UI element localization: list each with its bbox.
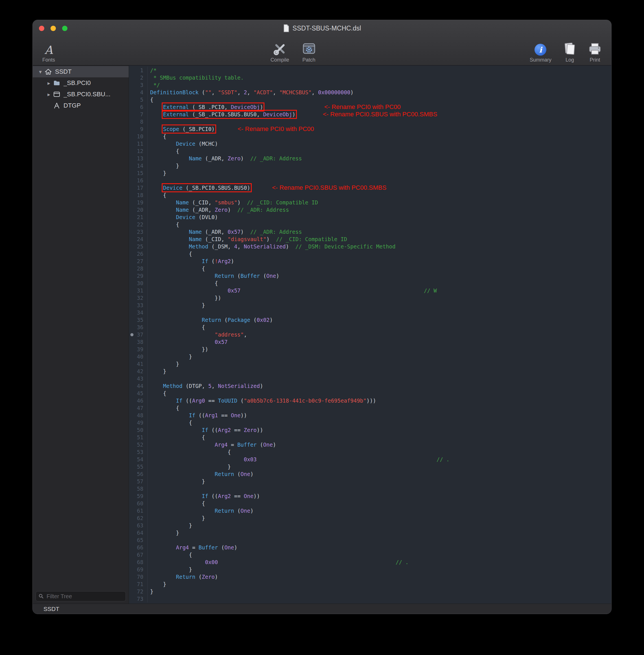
code-line[interactable]: 73 <box>129 595 611 603</box>
zoom-button[interactable] <box>62 26 67 31</box>
code-line[interactable]: 70 Return (Zero) <box>129 573 611 581</box>
code-line[interactable]: 24 Name (_CID, "diagsvault") // _CID: Co… <box>129 235 611 243</box>
print-button[interactable]: Print <box>588 41 602 65</box>
compile-button[interactable]: Compile <box>270 41 289 65</box>
code-line[interactable]: 14 } <box>129 162 611 170</box>
filter-tree-input[interactable] <box>46 593 123 600</box>
code-line[interactable]: 62 } <box>129 514 611 522</box>
code-line[interactable]: 13 Name (_ADR, Zero) // _ADR: Address <box>129 155 611 162</box>
sidebar-item-dtgp[interactable]: DTGP <box>33 100 129 111</box>
sidebar-item-ssdt[interactable]: ▾SSDT <box>33 66 129 77</box>
code-line[interactable]: 41 } <box>129 360 611 367</box>
code-line[interactable]: 58 <box>129 485 611 492</box>
code-line[interactable]: 27 If (!Arg2) <box>129 257 611 265</box>
code-line[interactable]: 26 { <box>129 250 611 257</box>
code-line[interactable]: 7 External (_SB_.PCI0.SBUS.BUS0, DeviceO… <box>129 111 611 118</box>
code-line[interactable]: 35 Return (Package (0x02) <box>129 316 611 323</box>
fonts-button[interactable]: A Fonts <box>42 41 55 65</box>
code-line[interactable]: 38 0x57 <box>129 338 611 345</box>
code-line[interactable]: 40 } <box>129 353 611 360</box>
status-path-item[interactable]: SSDT <box>43 606 59 612</box>
code-line[interactable]: 51 { <box>129 434 611 441</box>
code-line[interactable]: 21 Device (DVL0) <box>129 213 611 221</box>
minimize-button[interactable] <box>50 26 56 31</box>
code-line[interactable]: 11 Device (MCHC) <box>129 140 611 148</box>
code-line[interactable]: 19 Name (_CID, "smbus") // _CID: Compati… <box>129 199 611 206</box>
code-token: } <box>150 163 179 169</box>
code-token: { <box>150 96 153 103</box>
code-line[interactable]: 25 Method (_DSM, 4, NotSerialized) // _D… <box>129 243 611 250</box>
code-line[interactable]: 56 Return (One) <box>129 470 611 478</box>
code-line[interactable]: 34 <box>129 309 611 316</box>
code-line[interactable]: 50 If ((Arg2 == Zero)) <box>129 426 611 434</box>
code-line[interactable]: 66 Arg4 = Buffer (One) <box>129 544 611 551</box>
code-editor[interactable]: 1/*2 * SMBus compatibility table.3 */4De… <box>129 66 611 604</box>
titlebar[interactable]: SSDT-SBUS-MCHC.dsl <box>33 20 611 37</box>
code-line[interactable]: 22 { <box>129 221 611 228</box>
code-line[interactable]: 68 0x00// . <box>129 559 611 566</box>
code-line[interactable]: 52 Arg4 = Buffer (One) <box>129 441 611 448</box>
code-line[interactable]: 53 { <box>129 448 611 456</box>
code-line[interactable]: 28 { <box>129 265 611 272</box>
code-line[interactable]: 36 { <box>129 323 611 331</box>
code-line[interactable]: 64 } <box>129 529 611 537</box>
code-line[interactable]: 30 { <box>129 279 611 287</box>
code-line[interactable]: 2 * SMBus compatibility table. <box>129 74 611 81</box>
code-line[interactable]: 49 { <box>129 419 611 426</box>
disclosure-triangle[interactable]: ▾ <box>37 69 44 75</box>
code-line[interactable]: 63 } <box>129 522 611 529</box>
code-line[interactable]: 6 External (_SB_.PCI0, DeviceObj)<- Rena… <box>129 103 611 111</box>
code-token: { <box>150 552 192 558</box>
code-line[interactable]: 20 Name (_ADR, Zero) // _ADR: Address <box>129 206 611 213</box>
fonts-label: Fonts <box>42 57 55 63</box>
code-line[interactable]: 8 <box>129 118 611 126</box>
close-button[interactable] <box>39 26 44 31</box>
patch-button[interactable]: Patch <box>302 41 316 65</box>
code-line[interactable]: 60 { <box>129 500 611 507</box>
line-number: 53 <box>129 448 147 456</box>
code-line[interactable]: 31 0x57// W <box>129 287 611 294</box>
code-line[interactable]: 47 { <box>129 404 611 412</box>
code-line[interactable]: 12 { <box>129 148 611 155</box>
code-line[interactable]: 65 <box>129 537 611 544</box>
code-line[interactable]: 4DefinitionBlock ("", "SSDT", 2, "ACDT",… <box>129 89 611 96</box>
sidebar-item-sb-pci0[interactable]: ▸_SB.PCI0 <box>33 77 129 89</box>
summary-button[interactable]: i Summary <box>530 41 551 65</box>
code-line[interactable]: 71 } <box>129 581 611 588</box>
code-line[interactable]: 45 { <box>129 390 611 397</box>
code-line[interactable]: 18 { <box>129 191 611 199</box>
code-line[interactable]: 23 Name (_ADR, 0x57) // _ADR: Address <box>129 228 611 235</box>
code-line[interactable]: 10 { <box>129 133 611 140</box>
code-line[interactable]: 9 Scope (_SB.PCI0)<- Rename PCI0 with PC… <box>129 126 611 133</box>
code-line[interactable]: 48 If ((Arg1 == One)) <box>129 412 611 419</box>
code-line[interactable]: 46 If ((Arg0 == ToUUID ("a0b5b7c6-1318-4… <box>129 397 611 404</box>
code-line[interactable]: 39 }) <box>129 345 611 353</box>
code-line[interactable]: 33 } <box>129 301 611 309</box>
code-token: "diagsvault" <box>228 236 267 242</box>
code-line[interactable]: 32 }) <box>129 294 611 301</box>
code-line[interactable]: 17 Device (_SB.PCI0.SBUS.BUS0)<- Rename … <box>129 184 611 191</box>
code-line[interactable]: 3 */ <box>129 81 611 89</box>
log-button[interactable]: Log <box>563 41 576 65</box>
code-line[interactable]: 44 Method (DTGP, 5, NotSerialized) <box>129 382 611 390</box>
code-line[interactable]: 61 Return (One) <box>129 507 611 514</box>
disclosure-triangle[interactable]: ▸ <box>45 91 52 98</box>
code-line[interactable]: 57 } <box>129 478 611 485</box>
code-line[interactable]: 16 <box>129 177 611 184</box>
code-line[interactable]: 5{ <box>129 96 611 103</box>
code-line[interactable]: 43 <box>129 375 611 382</box>
code-token <box>150 207 176 213</box>
code-line[interactable]: 54 0x03// . <box>129 456 611 463</box>
code-line[interactable]: 69 } <box>129 566 611 573</box>
code-line[interactable]: 1/* <box>129 67 611 74</box>
code-line[interactable]: 29 Return (Buffer (One) <box>129 272 611 279</box>
code-line[interactable]: 72} <box>129 588 611 595</box>
code-line[interactable]: 42 } <box>129 367 611 375</box>
disclosure-triangle[interactable]: ▸ <box>45 80 52 86</box>
code-line[interactable]: 37 "address", <box>129 331 611 338</box>
sidebar-item-sb-pci0-sbu[interactable]: ▸_SB.PCI0.SBU... <box>33 89 129 100</box>
code-line[interactable]: 67 { <box>129 551 611 559</box>
code-line[interactable]: 15 } <box>129 170 611 177</box>
code-line[interactable]: 55 } <box>129 463 611 470</box>
code-line[interactable]: 59 If ((Arg2 == One)) <box>129 492 611 500</box>
